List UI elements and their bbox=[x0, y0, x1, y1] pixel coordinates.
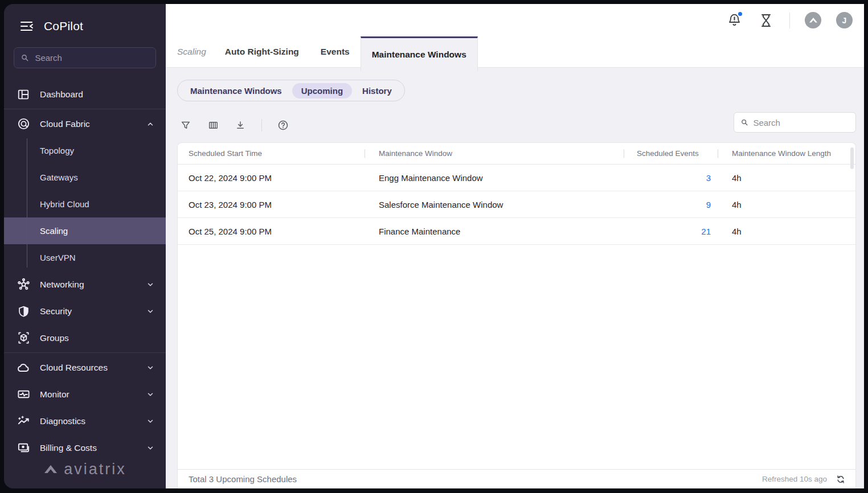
sidebar-item-cloud-resources[interactable]: Cloud Resources bbox=[4, 354, 166, 381]
table-header: Scheduled Start Time Maintenance Window … bbox=[178, 143, 855, 165]
table-row: Oct 22, 2024 9:00 PM Engg Maintenance Wi… bbox=[178, 165, 855, 191]
aviatrix-wordmark: aviatrix bbox=[64, 461, 126, 478]
refresh-icon bbox=[836, 474, 846, 484]
cell-events: 21 bbox=[627, 227, 721, 236]
cell-window: Salesforce Maintenance Window bbox=[368, 200, 627, 209]
sidebar-search[interactable] bbox=[14, 47, 156, 68]
help-button[interactable] bbox=[277, 119, 289, 132]
columns-button[interactable] bbox=[207, 119, 219, 132]
scheduled-events-link[interactable]: 9 bbox=[706, 200, 711, 209]
cell-length: 4h bbox=[721, 200, 855, 209]
sidebar-item-label: Diagnostics bbox=[40, 416, 137, 426]
chevron-down-icon bbox=[146, 307, 154, 315]
sidebar-item-label: Dashboard bbox=[40, 89, 154, 100]
filter-button[interactable] bbox=[179, 119, 192, 132]
sidebar-search-input[interactable] bbox=[35, 53, 149, 63]
sidebar-item-billing[interactable]: Billing & Costs bbox=[4, 434, 166, 461]
sidebar-item-label: Billing & Costs bbox=[40, 443, 137, 453]
sidebar-item-diagnostics[interactable]: Diagnostics bbox=[4, 408, 166, 434]
diagnostics-trend-icon bbox=[17, 414, 30, 428]
user-avatar[interactable]: J bbox=[836, 12, 853, 28]
table-row: Oct 23, 2024 9:00 PM Salesforce Maintena… bbox=[178, 191, 855, 218]
refresh-button[interactable] bbox=[835, 474, 846, 485]
monitor-pulse-icon bbox=[17, 388, 30, 401]
cloud-fabric-subitems: Topology Gateways Hybrid Cloud Scaling U… bbox=[4, 137, 166, 271]
cell-start-time: Oct 23, 2024 9:00 PM bbox=[178, 200, 368, 209]
filter-icon bbox=[181, 120, 191, 130]
help-icon bbox=[277, 120, 289, 131]
table-toolbar bbox=[179, 115, 289, 135]
tab-auto-right-sizing[interactable]: Auto Right-Sizing bbox=[214, 36, 310, 67]
table-scrollbar[interactable] bbox=[850, 147, 854, 169]
column-header-events: Scheduled Events bbox=[627, 149, 721, 158]
notifications-button[interactable] bbox=[726, 12, 743, 29]
cell-window: Engg Maintenance Window bbox=[368, 173, 627, 183]
sidebar-item-monitor[interactable]: Monitor bbox=[4, 381, 166, 408]
pending-tasks-button[interactable] bbox=[758, 12, 775, 29]
sidebar-item-label: UserVPN bbox=[40, 253, 76, 262]
cell-start-time: Oct 25, 2024 9:00 PM bbox=[178, 227, 368, 236]
chevron-up-icon bbox=[146, 120, 154, 128]
sidebar-item-security[interactable]: Security bbox=[4, 298, 166, 324]
chevron-up-mark-icon bbox=[809, 17, 818, 24]
groups-cube-icon bbox=[17, 331, 30, 345]
cell-length: 4h bbox=[721, 227, 855, 236]
subtab-group: Maintenance Windows Upcoming History bbox=[177, 80, 405, 101]
sidebar-item-hybrid-cloud[interactable]: Hybrid Cloud bbox=[4, 191, 166, 217]
cloud-icon bbox=[17, 361, 30, 375]
avatar-initial: J bbox=[842, 16, 847, 25]
column-header-length: Maintenance Window Length bbox=[721, 149, 855, 158]
columns-icon bbox=[208, 120, 219, 130]
subtab-upcoming[interactable]: Upcoming bbox=[292, 83, 352, 98]
sidebar-item-label: Security bbox=[40, 306, 137, 317]
sidebar-divider bbox=[4, 109, 166, 109]
sidebar-item-label: Gateways bbox=[40, 172, 78, 182]
content-area: Maintenance Windows Upcoming History bbox=[166, 68, 864, 488]
toolbar-divider bbox=[261, 119, 262, 132]
topbar: J bbox=[166, 4, 864, 36]
sidebar-item-topology[interactable]: Topology bbox=[4, 137, 166, 164]
sidebar-item-cloud-fabric[interactable]: Cloud Fabric bbox=[4, 110, 166, 137]
scheduled-events-link[interactable]: 21 bbox=[701, 227, 711, 236]
networking-icon bbox=[17, 278, 30, 291]
sidebar: CoPilot Dashboard bbox=[4, 4, 166, 488]
sidebar-item-networking[interactable]: Networking bbox=[4, 271, 166, 298]
search-icon bbox=[21, 54, 28, 62]
page-context-label: Scaling bbox=[177, 36, 214, 67]
tab-events[interactable]: Events bbox=[310, 36, 361, 67]
scheduled-events-link[interactable]: 3 bbox=[706, 173, 711, 183]
sidebar-item-groups[interactable]: Groups bbox=[4, 324, 166, 351]
chevron-down-icon bbox=[146, 417, 154, 425]
dashboard-icon bbox=[17, 88, 30, 101]
shield-icon bbox=[17, 305, 30, 318]
subtab-history[interactable]: History bbox=[353, 83, 401, 98]
download-button[interactable] bbox=[234, 119, 247, 132]
subtab-maintenance-windows[interactable]: Maintenance Windows bbox=[181, 83, 291, 98]
sidebar-item-uservpn[interactable]: UserVPN bbox=[4, 244, 166, 271]
table-row: Oct 25, 2024 9:00 PM Finance Maintenance… bbox=[178, 218, 855, 245]
chevron-down-icon bbox=[146, 444, 154, 452]
sidebar-item-dashboard[interactable]: Dashboard bbox=[4, 81, 166, 108]
sidebar-item-label: Cloud Resources bbox=[40, 363, 137, 373]
sidebar-item-label: Topology bbox=[40, 146, 74, 155]
cell-length: 4h bbox=[721, 173, 855, 183]
table-search-input[interactable] bbox=[753, 118, 849, 128]
tab-bar: Scaling Auto Right-Sizing Events Mainten… bbox=[166, 36, 864, 68]
sidebar-nav: Dashboard Cloud Fabric Topology bbox=[4, 81, 166, 461]
sidebar-item-scaling[interactable]: Scaling bbox=[4, 217, 166, 244]
hourglass-icon bbox=[760, 13, 772, 28]
sidebar-item-label: Networking bbox=[40, 280, 137, 290]
sidebar-item-gateways[interactable]: Gateways bbox=[4, 164, 166, 191]
cell-start-time: Oct 22, 2024 9:00 PM bbox=[178, 173, 368, 183]
chevron-down-icon bbox=[146, 281, 154, 289]
billing-icon bbox=[17, 441, 30, 455]
total-count-text: Total 3 Upcoming Schedules bbox=[189, 474, 762, 484]
cell-events: 9 bbox=[627, 200, 721, 209]
tab-maintenance-windows[interactable]: Maintenance Windows bbox=[361, 36, 478, 71]
cloud-fabric-icon bbox=[17, 117, 30, 131]
product-mark-button[interactable] bbox=[805, 12, 821, 28]
sidebar-collapse-icon[interactable] bbox=[20, 19, 35, 34]
sidebar-item-label: Hybrid Cloud bbox=[40, 199, 89, 209]
table-search[interactable] bbox=[734, 112, 856, 133]
refreshed-timestamp: Refreshed 10s ago bbox=[762, 475, 827, 483]
